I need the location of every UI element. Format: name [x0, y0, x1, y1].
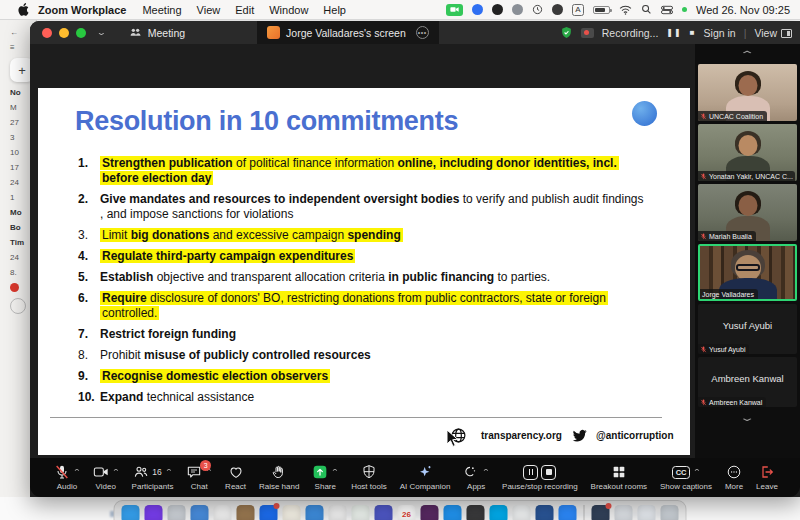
window-traffic-lights[interactable] [42, 28, 86, 38]
host-tools-button[interactable]: Host tools [351, 464, 387, 491]
menubar-item-help[interactable]: Help [323, 4, 346, 16]
chevron-up-icon[interactable]: ⌃ [73, 468, 82, 476]
dock-icon-slack[interactable] [421, 505, 439, 520]
dock-icon-chrome[interactable] [513, 505, 531, 520]
menubar-item-window[interactable]: Window [269, 4, 308, 16]
dock-icon-downloads[interactable] [638, 505, 656, 520]
participant-tile[interactable]: Mariah Bualia [698, 184, 797, 241]
dock-icon-folder-app[interactable] [237, 505, 255, 520]
captions-button[interactable]: CC⌃Show captions [660, 464, 712, 491]
chevron-up-icon[interactable]: ⌃ [111, 468, 120, 476]
close-window-button[interactable] [42, 28, 52, 38]
dock-icon-mail[interactable] [260, 505, 278, 520]
scroll-up-icon[interactable]: ⌃ [739, 50, 756, 60]
dock-icon-finder[interactable] [122, 505, 140, 520]
background-window-item[interactable]: 27 [10, 118, 19, 127]
dock-icon-app-store[interactable] [444, 505, 462, 520]
background-window-item[interactable]: 24 [10, 178, 19, 187]
dock-icon-skype[interactable] [490, 505, 508, 520]
background-window-item[interactable]: ← [10, 28, 18, 37]
background-window-item[interactable]: 1 [10, 193, 14, 202]
participant-tile[interactable]: UNCAC Coalition [698, 64, 797, 121]
breakout-button[interactable]: Breakout rooms [591, 464, 647, 491]
menubar-item-edit[interactable]: Edit [235, 4, 254, 16]
tab-shared-screen[interactable]: Jorge Valladares's screen ••• [257, 21, 439, 44]
raise-hand-button[interactable]: Raise hand [259, 464, 299, 491]
menubar-item-meeting[interactable]: Meeting [142, 4, 181, 16]
clock-app-icon[interactable] [532, 4, 543, 15]
dock-icon-onepassword[interactable] [592, 505, 610, 520]
dock-icon-settings[interactable] [191, 505, 209, 520]
tab-meeting[interactable]: Meeting [119, 21, 195, 44]
menubar-item-view[interactable]: View [197, 4, 221, 16]
apple-menu-icon[interactable] [16, 3, 30, 16]
chevron-down-icon[interactable]: ⌄ [96, 28, 107, 37]
chevron-up-icon[interactable]: ⌃ [482, 468, 491, 476]
participants-button[interactable]: 16⌃Participants [132, 464, 174, 491]
participant-tile[interactable]: Yonatan Yakir, UNCAC C... [698, 124, 797, 181]
shield-icon [361, 464, 377, 480]
dock-icon-trash[interactable] [661, 505, 679, 520]
ai-companion-button[interactable]: AI Companion [400, 464, 451, 491]
dock-icon-photos[interactable] [214, 505, 232, 520]
scroll-down-icon[interactable]: ⌄ [739, 413, 756, 423]
participant-tile[interactable]: Ambreen KanwalAmbreen Kanwal [698, 357, 797, 407]
dock-icon-camera-app[interactable] [467, 505, 485, 520]
tab-options-icon[interactable]: ••• [416, 26, 429, 39]
status-blue-app-icon[interactable] [472, 4, 483, 15]
audio-button[interactable]: ⌃Audio [54, 464, 80, 491]
dock-icon-launchpad[interactable] [168, 505, 186, 520]
apps-button[interactable]: ⌃Apps [463, 464, 489, 491]
video-button[interactable]: ⌃Video [93, 464, 119, 491]
dock-icon-numbers[interactable] [352, 505, 370, 520]
spotlight-search-icon[interactable] [641, 4, 652, 15]
stop-icon[interactable] [541, 465, 556, 480]
wifi-icon[interactable] [619, 5, 632, 15]
status-gray-app-icon[interactable] [512, 4, 523, 15]
background-window-item[interactable]: 17 [10, 163, 19, 172]
dock-icon-keynote[interactable] [329, 505, 347, 520]
security-shield-icon[interactable] [560, 26, 573, 39]
background-window-item[interactable]: 3 [10, 133, 14, 142]
dock-icon-pages[interactable] [306, 505, 324, 520]
battery-icon[interactable] [593, 6, 610, 14]
pause-stop-button[interactable]: Pause/stop recording [502, 464, 578, 491]
dock-icon-teams[interactable] [375, 505, 393, 520]
sign-in-link[interactable]: Sign in [704, 27, 736, 39]
participant-tile[interactable]: Yusuf AyubiYusuf Ayubi [698, 304, 797, 354]
screen-share-indicator-icon[interactable] [446, 4, 463, 16]
minimize-window-button[interactable] [59, 28, 69, 38]
menubar-app-name[interactable]: Zoom Workplace [38, 4, 126, 16]
toolbar-button-label: Leave [756, 482, 778, 491]
stop-recording-icon[interactable]: ■ [690, 28, 696, 37]
dock-icon-siri[interactable] [145, 505, 163, 520]
control-center-icon[interactable] [661, 5, 673, 15]
participants-sidebar: ⌃ UNCAC CoalitionYonatan Yakir, UNCAC C.… [695, 44, 800, 458]
chevron-up-icon[interactable]: ⌃ [164, 468, 173, 476]
view-button[interactable]: View [754, 27, 792, 39]
dock-icon-calendar[interactable]: 26 [398, 505, 416, 520]
chevron-up-icon[interactable]: ⌃ [693, 468, 702, 476]
status-dark-app-icon[interactable] [492, 4, 503, 15]
background-window-item[interactable]: 24 [10, 253, 19, 262]
chat-button[interactable]: ⌃3Chat [186, 464, 212, 491]
commitment-item: 7.Restrict foreign funding [78, 327, 650, 342]
status-d-app-icon[interactable] [552, 4, 563, 15]
dock-icon-preview[interactable] [615, 505, 633, 520]
more-button[interactable]: More [725, 464, 743, 491]
dock-icon-word[interactable] [536, 505, 554, 520]
chevron-up-icon[interactable]: ⌃ [331, 468, 340, 476]
participant-tile[interactable]: Jorge Valladares [698, 244, 797, 301]
react-button[interactable]: React [225, 464, 246, 491]
pause-recording-icon[interactable]: ❚❚ [666, 28, 681, 37]
background-window-item[interactable]: 10 [10, 148, 19, 157]
zoom-window-button[interactable] [76, 28, 86, 38]
background-window-item[interactable]: ≡ [10, 43, 15, 52]
dock-icon-zoom[interactable] [559, 505, 577, 520]
menubar-clock[interactable]: Wed 26. Nov 09:25 [696, 4, 790, 16]
dock-icon-notes[interactable] [283, 505, 301, 520]
share-button[interactable]: ⌃Share [312, 464, 338, 491]
keyboard-layout-icon[interactable]: A [572, 4, 584, 16]
pause-icon[interactable] [523, 465, 538, 480]
leave-button[interactable]: Leave [756, 464, 778, 491]
